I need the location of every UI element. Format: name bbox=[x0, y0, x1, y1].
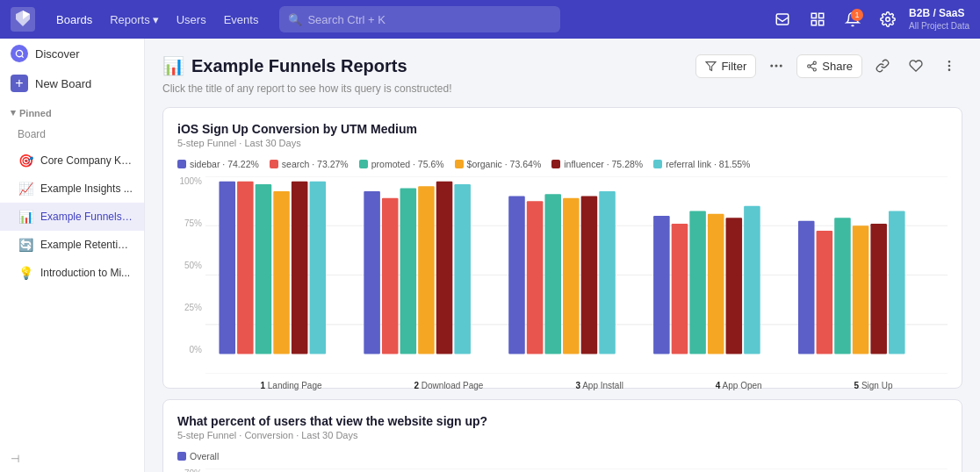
legend-search: search · 73.27% bbox=[270, 159, 349, 169]
inbox-btn[interactable] bbox=[768, 5, 796, 33]
chevron-down-icon: ▾ bbox=[11, 107, 16, 118]
svg-rect-5 bbox=[819, 21, 824, 25]
sidebar-item-retention[interactable]: 🔄 Example Retention ... bbox=[0, 231, 144, 259]
svg-rect-51 bbox=[817, 231, 833, 354]
x-label-5: 5 Sign Up bbox=[854, 381, 893, 390]
sidebar-new-board[interactable]: + New Board bbox=[0, 68, 144, 98]
svg-rect-36 bbox=[436, 182, 453, 354]
main-layout: Discover + New Board ▾ Pinned Board 🎯 Co… bbox=[0, 39, 980, 472]
line-y-labels: 70% 65% 60% bbox=[177, 468, 202, 472]
svg-marker-9 bbox=[706, 61, 716, 70]
svg-rect-2 bbox=[811, 13, 816, 18]
svg-rect-30 bbox=[292, 182, 308, 354]
svg-point-15 bbox=[813, 68, 816, 70]
svg-rect-3 bbox=[819, 13, 824, 18]
svg-rect-39 bbox=[527, 201, 544, 354]
svg-rect-48 bbox=[726, 218, 743, 354]
ellipsis-btn[interactable] bbox=[936, 53, 962, 79]
svg-line-8 bbox=[21, 55, 23, 57]
x-labels: 1 Landing Page 2 Download Page 3 App Ins… bbox=[205, 381, 948, 390]
grid-btn[interactable] bbox=[803, 5, 832, 33]
retention-label: Example Retention ... bbox=[40, 239, 133, 251]
x-label-1: 1 Landing Page bbox=[260, 381, 321, 390]
svg-rect-35 bbox=[418, 186, 435, 354]
sidebar: Discover + New Board ▾ Pinned Board 🎯 Co… bbox=[0, 39, 145, 472]
core-kpis-icon: 🎯 bbox=[18, 153, 33, 168]
svg-rect-52 bbox=[834, 218, 851, 354]
topnav: Boards Reports ▾ Users Events 🔍 Search C… bbox=[0, 0, 980, 39]
svg-rect-32 bbox=[364, 191, 380, 354]
funnels-icon: 📊 bbox=[18, 209, 33, 225]
svg-point-7 bbox=[16, 50, 22, 56]
funnels-label: Example Funnels ... bbox=[40, 211, 133, 223]
discover-icon bbox=[11, 45, 28, 62]
svg-point-12 bbox=[771, 65, 773, 67]
new-board-icon: + bbox=[11, 75, 28, 92]
svg-point-18 bbox=[948, 61, 949, 62]
funnel-chart-title[interactable]: iOS Sign Up Conversion by UTM Medium bbox=[177, 122, 948, 136]
svg-rect-38 bbox=[508, 197, 525, 354]
bar-chart-wrapper: 100% 75% 50% 25% 0% bbox=[177, 176, 948, 374]
more-btn[interactable] bbox=[763, 53, 789, 79]
collapse-icon: ⊣ bbox=[11, 453, 19, 465]
nav-reports[interactable]: Reports ▾ bbox=[103, 10, 166, 30]
nav-right: 1 B2B / SaaS All Project Data bbox=[768, 5, 969, 33]
nav-links: Boards Reports ▾ Users Events bbox=[49, 10, 265, 30]
sidebar-item-insights[interactable]: 📈 Example Insights ... bbox=[0, 175, 144, 203]
svg-rect-47 bbox=[708, 214, 724, 354]
discover-label: Discover bbox=[35, 47, 80, 61]
sidebar-board[interactable]: Board bbox=[0, 122, 144, 147]
svg-rect-37 bbox=[454, 184, 471, 354]
line-chart-svg bbox=[205, 468, 948, 472]
line-chart-inner bbox=[205, 468, 948, 472]
logo-icon[interactable] bbox=[11, 7, 35, 32]
search-bar[interactable]: 🔍 Search Ctrl + K bbox=[279, 6, 560, 32]
line-chart-subtitle: 5-step Funnel · Conversion · Last 30 Day… bbox=[177, 430, 948, 440]
header-actions: Filter Share bbox=[695, 53, 962, 79]
nav-users[interactable]: Users bbox=[169, 10, 213, 30]
filter-label: Filter bbox=[721, 60, 746, 73]
line-chart-title[interactable]: What percent of users that view the webs… bbox=[177, 414, 948, 428]
insights-icon: 📈 bbox=[18, 181, 33, 197]
svg-point-11 bbox=[781, 65, 782, 67]
nav-boards[interactable]: Boards bbox=[49, 10, 99, 30]
svg-rect-26 bbox=[219, 182, 235, 354]
user-info[interactable]: B2B / SaaS All Project Data bbox=[909, 7, 969, 32]
nav-events[interactable]: Events bbox=[217, 10, 266, 30]
notif-btn[interactable]: 1 bbox=[839, 5, 867, 33]
funnel-legend: sidebar · 74.22% search · 73.27% promote… bbox=[177, 159, 948, 169]
search-icon: 🔍 bbox=[288, 13, 302, 26]
sidebar-pinned-header[interactable]: ▾ Pinned bbox=[0, 98, 144, 122]
sidebar-discover[interactable]: Discover bbox=[0, 39, 144, 68]
svg-rect-46 bbox=[689, 211, 706, 354]
org-sub: All Project Data bbox=[909, 20, 969, 32]
sidebar-item-core-kpis[interactable]: 🎯 Core Company KPIs bbox=[0, 147, 144, 175]
settings-btn[interactable] bbox=[874, 5, 902, 33]
sidebar-item-funnels[interactable]: 📊 Example Funnels ... bbox=[0, 203, 144, 231]
filter-btn[interactable]: Filter bbox=[695, 54, 756, 78]
link-btn[interactable] bbox=[869, 53, 896, 79]
share-btn[interactable]: Share bbox=[796, 54, 862, 78]
y-labels: 100% 75% 50% 25% 0% bbox=[177, 176, 202, 374]
favorite-btn[interactable] bbox=[903, 53, 929, 79]
core-kpis-label: Core Company KPIs bbox=[40, 154, 133, 167]
svg-rect-54 bbox=[870, 224, 887, 354]
svg-rect-41 bbox=[563, 198, 580, 354]
page-subtitle: Click the title of any report to see how… bbox=[162, 82, 962, 95]
svg-rect-27 bbox=[237, 182, 254, 354]
bar-chart-inner: 1 Landing Page 2 Download Page 3 App Ins… bbox=[205, 176, 948, 374]
sidebar-item-introduction[interactable]: 💡 Introduction to Mi... bbox=[0, 259, 144, 287]
svg-rect-28 bbox=[256, 184, 272, 354]
sidebar-collapse-btn[interactable]: ⊣ bbox=[0, 446, 144, 472]
svg-rect-49 bbox=[744, 206, 760, 354]
svg-rect-50 bbox=[798, 221, 815, 354]
svg-point-19 bbox=[948, 65, 949, 66]
new-board-label: New Board bbox=[35, 77, 91, 90]
legend-referral: referral link · 81.55% bbox=[653, 159, 750, 169]
intro-label: Introduction to Mi... bbox=[40, 267, 130, 279]
legend-overall: Overall bbox=[177, 451, 219, 461]
page-title-row: 📊 Example Funnels Reports bbox=[162, 55, 407, 76]
legend-sidebar: sidebar · 74.22% bbox=[177, 159, 259, 169]
funnels-chart-icon: 📊 bbox=[162, 55, 184, 76]
x-label-4: 4 App Open bbox=[716, 381, 762, 390]
